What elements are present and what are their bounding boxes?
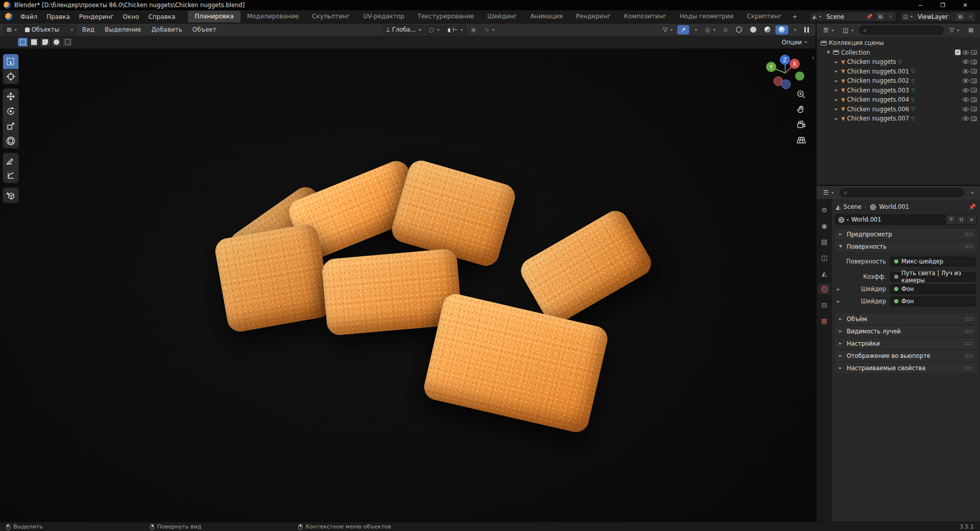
factor-field[interactable]: Путь света | Луч из камеры: [890, 272, 976, 282]
breadcrumb-scene[interactable]: Scene: [844, 203, 862, 210]
tab-sculpting[interactable]: Скульптинг: [305, 11, 356, 22]
panel-grip[interactable]: [965, 366, 973, 370]
menu-edit[interactable]: Правка: [42, 12, 75, 22]
select-invert-button[interactable]: [51, 37, 62, 47]
eye-icon[interactable]: [963, 60, 969, 64]
perspective-toggle-icon[interactable]: [796, 135, 806, 146]
tab-render[interactable]: ◉: [818, 220, 831, 231]
new-viewlayer-button[interactable]: ⧉: [955, 12, 965, 21]
tab-modeling[interactable]: Моделирование: [241, 11, 305, 22]
tab-animation[interactable]: Анимация: [523, 11, 569, 22]
object-row[interactable]: ► ▼ Chicken nuggets.007 ▽: [817, 114, 980, 124]
expand-arrow-icon[interactable]: ►: [834, 107, 839, 111]
world-name-input[interactable]: World.001: [851, 216, 946, 223]
tab-tool[interactable]: ⚙: [818, 204, 831, 215]
viewlayer-browse-dropdown[interactable]: ◫▾: [901, 12, 915, 21]
restore-button[interactable]: ❐: [931, 0, 954, 10]
outliner-search-input[interactable]: [869, 27, 940, 33]
show-overlays-toggle[interactable]: ◍▾: [702, 25, 719, 35]
viewport-canvas[interactable]: ‹ Z X Y: [0, 49, 816, 522]
select-intersect-button[interactable]: [62, 37, 73, 47]
panel-grip[interactable]: [965, 317, 973, 321]
object-row[interactable]: ► ▼ Chicken nuggets.003 ▽: [817, 86, 980, 95]
minimize-button[interactable]: ─: [909, 0, 931, 10]
navigation-gizmo[interactable]: Z X Y: [761, 53, 808, 92]
options-dropdown[interactable]: Опции▾: [778, 37, 810, 47]
new-collection-button[interactable]: ⊞: [965, 26, 977, 35]
camera-view-icon[interactable]: [796, 120, 806, 130]
tab-scene[interactable]: ◭: [818, 268, 831, 279]
object-row[interactable]: ► ▼ Chicken nuggets.006 ▽: [817, 105, 980, 114]
menu-view[interactable]: Вид: [78, 25, 99, 35]
expand-arrow-icon[interactable]: ▼: [826, 50, 831, 55]
add-cube-tool[interactable]: [3, 188, 18, 203]
new-scene-button[interactable]: ⧉: [875, 12, 886, 21]
delete-viewlayer-button[interactable]: ✕: [965, 12, 975, 21]
fake-user-shield-button[interactable]: ⛨: [946, 215, 956, 224]
rotate-tool[interactable]: [3, 104, 18, 118]
caret-right-icon[interactable]: ►: [835, 287, 842, 292]
transform-tool[interactable]: [3, 133, 18, 148]
eye-icon[interactable]: [963, 116, 969, 120]
tab-rendering[interactable]: Рендеринг: [569, 11, 617, 22]
camera-render-icon[interactable]: [971, 69, 977, 74]
outliner-filter-display-dropdown[interactable]: ◫▾: [839, 26, 857, 35]
shading-material-button[interactable]: [761, 25, 774, 35]
tab-view-layer[interactable]: ◫: [818, 252, 831, 263]
tab-output[interactable]: ▤: [818, 236, 831, 247]
scene-browse-dropdown[interactable]: ◭▾: [810, 12, 824, 21]
tab-collection[interactable]: ⊟: [818, 299, 831, 310]
tab-uv-editor[interactable]: UV-редактор: [356, 11, 411, 22]
camera-render-icon[interactable]: [971, 107, 977, 111]
shader1-field[interactable]: Фон: [890, 284, 976, 294]
panel-settings[interactable]: ► Настройки: [835, 338, 977, 349]
menu-add[interactable]: Добавить: [147, 25, 186, 35]
panel-volume[interactable]: ► Объём: [835, 313, 977, 324]
zoom-icon[interactable]: [796, 89, 806, 100]
transform-orientation-dropdown[interactable]: ⟂Глоба...▾: [383, 25, 424, 35]
eye-icon[interactable]: [963, 107, 969, 111]
tab-world[interactable]: [818, 283, 831, 295]
xray-toggle[interactable]: ⧉: [720, 25, 731, 35]
proportional-falloff-dropdown[interactable]: ∿▾: [481, 25, 498, 35]
menu-window[interactable]: Окно: [118, 12, 144, 22]
eye-icon[interactable]: [963, 51, 969, 55]
panel-grip[interactable]: [965, 232, 973, 236]
expand-arrow-icon[interactable]: ►: [834, 79, 839, 83]
panel-grip[interactable]: [965, 342, 973, 346]
scene-collection-row[interactable]: Коллекция сцены: [817, 38, 980, 48]
eye-icon[interactable]: [963, 88, 969, 92]
collection-row[interactable]: ▼ Collection ✓: [817, 48, 980, 58]
world-browse-dropdown[interactable]: ▾: [835, 216, 851, 223]
camera-render-icon[interactable]: [971, 50, 977, 55]
outliner-search-field[interactable]: ⌕: [859, 26, 944, 35]
proportional-editing-toggle[interactable]: ◉: [467, 25, 480, 35]
select-set-button[interactable]: [17, 37, 28, 47]
eye-icon[interactable]: [963, 69, 969, 74]
close-button[interactable]: ✕: [954, 0, 976, 10]
camera-render-icon[interactable]: [971, 60, 977, 64]
expand-arrow-icon[interactable]: ►: [834, 69, 839, 74]
eye-icon[interactable]: [963, 98, 969, 102]
outliner-filter-dropdown[interactable]: ▽▾: [946, 26, 963, 35]
menu-render[interactable]: Рендеринг: [75, 12, 118, 22]
mode-dropdown[interactable]: Объекты▾: [21, 25, 77, 35]
delete-scene-button[interactable]: ✕: [886, 12, 896, 21]
tab-scripting[interactable]: Скриптинг: [740, 11, 788, 22]
shader2-field[interactable]: Фон: [890, 297, 976, 306]
scale-tool[interactable]: [3, 118, 18, 133]
annotate-tool[interactable]: [3, 153, 18, 168]
menu-help[interactable]: Справка: [144, 12, 180, 22]
gizmo-dropdown[interactable]: ▾: [690, 25, 701, 35]
panel-custom-properties[interactable]: ► Настраиваемые свойства: [835, 363, 977, 373]
measure-tool[interactable]: [3, 168, 18, 183]
chicken-nugget-mesh[interactable]: [421, 292, 610, 435]
move-tool[interactable]: [3, 89, 18, 104]
tab-shading[interactable]: Шейдинг: [481, 11, 523, 22]
snap-toggle[interactable]: ◖⊢▾: [444, 25, 466, 35]
shading-solid-button[interactable]: [747, 25, 760, 35]
properties-search-field[interactable]: ⌕: [840, 188, 964, 197]
chicken-nugget-mesh[interactable]: [213, 223, 332, 334]
tab-texture[interactable]: ▦: [818, 315, 831, 326]
viewlayer-name[interactable]: ViewLayer: [915, 12, 955, 21]
